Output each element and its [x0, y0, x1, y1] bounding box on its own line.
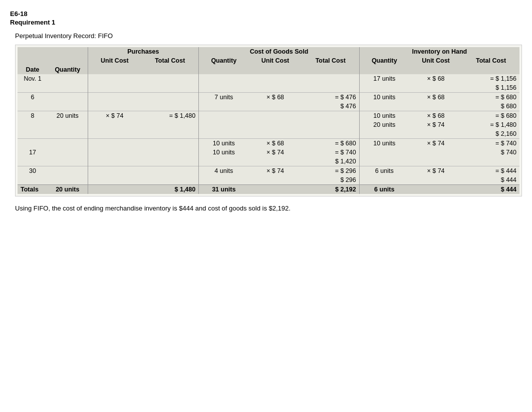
cell-tc-i-sub: $ 740 — [462, 148, 519, 157]
cell-uc-i-empty — [409, 129, 462, 139]
cell-uc-i-empty — [409, 148, 462, 157]
cell-uc-c-empty — [248, 175, 302, 185]
cell-uc-i: × $ 68 — [409, 74, 462, 83]
cell-tc-i: = $ 680 — [462, 93, 519, 102]
col-unit-cost-c: Unit Cost — [248, 56, 302, 65]
cell-tc-i-sub30: $ 444 — [462, 175, 519, 185]
cell-qty-i-total: 6 units — [359, 185, 409, 194]
cell-qty-c: 10 units — [199, 139, 249, 148]
cell-qty-p — [48, 175, 88, 185]
cell-qty-p — [48, 166, 88, 176]
cell-date — [18, 175, 48, 185]
cell-qty-i-empty — [359, 83, 409, 93]
record-label: Perpetual Inventory Record: FIFO — [15, 32, 522, 40]
cell-tc-p-total: $ 1,480 — [141, 185, 199, 194]
cell-uc-c: × $ 74 — [248, 166, 302, 176]
cell-qty-p — [48, 148, 88, 157]
cell-date: 17 — [18, 139, 48, 166]
cell-tc-c: = $ 296 — [302, 166, 360, 176]
col-qty-purchases-header — [48, 47, 88, 65]
totals-row: Totals 20 units $ 1,480 31 units $ 2,192… — [18, 185, 519, 194]
cell-uc-i2: × $ 74 — [409, 120, 462, 129]
col-qty-c: Quantity — [199, 56, 249, 65]
cell-qty-p — [48, 129, 88, 139]
cell-tc-i: = $ 680 — [462, 111, 519, 121]
col-date-header — [18, 47, 48, 65]
cell-qty-i: 10 units — [359, 111, 409, 121]
cell-tc-i2: = $ 1,480 — [462, 120, 519, 129]
lbl-qty: Quantity — [48, 65, 88, 74]
footer-note: Using FIFO, the cost of ending merchandi… — [15, 204, 522, 212]
requirement-label: Requirement 1 — [10, 19, 522, 26]
cell-tc-c-sub17: $ 1,420 — [302, 157, 360, 166]
cell-qty-i: 6 units — [359, 166, 409, 176]
cell-uc-c-total — [248, 185, 302, 194]
cell-tc-c: = $ 680 — [302, 139, 360, 148]
cell-uc-p — [88, 129, 141, 139]
table-row: $ 296 $ 444 — [18, 175, 519, 185]
cell-qty-c: 7 units — [199, 93, 249, 102]
cell-qty-c: 4 units — [199, 166, 249, 176]
lbl-uc-i — [409, 65, 462, 74]
cell-tc-p — [141, 120, 199, 129]
cell-qty-c — [199, 83, 249, 93]
cell-qty-p — [48, 83, 88, 93]
cell-qty-c-empty — [199, 129, 249, 139]
cell-tc-i-subtotal: $ 1,156 — [462, 83, 519, 93]
cell-tc-i: = $ 740 — [462, 139, 519, 148]
page-title: E6-18 — [10, 10, 522, 18]
cell-qty-p — [48, 102, 88, 111]
cell-tc-p: = $ 1,480 — [141, 111, 199, 121]
cell-qty-c-empty — [199, 157, 249, 166]
col-total-cost-c: Total Cost — [302, 56, 360, 65]
cell-qty-c-empty — [199, 175, 249, 185]
cell-qty-i: 10 units — [359, 139, 409, 148]
cell-uc-p — [88, 175, 141, 185]
cell-uc-p — [88, 102, 141, 111]
cell-date: 8 — [18, 111, 48, 121]
cell-tc-i-sub: $ 680 — [462, 102, 519, 111]
table-row: 17 10 units × $ 68 = $ 680 10 units × $ … — [18, 139, 519, 148]
cell-qty-i-empty — [359, 157, 409, 166]
cell-tc-p — [141, 175, 199, 185]
lbl-tc-c — [302, 65, 360, 74]
cell-date: 6 — [18, 93, 48, 102]
cell-qty-p: 20 units — [48, 111, 88, 121]
cell-qty-p — [48, 74, 88, 83]
table-row: 30 4 units × $ 74 = $ 296 6 units × $ 74… — [18, 166, 519, 176]
cell-tc-p — [141, 93, 199, 102]
table-container: Purchases Cost of Goods Sold Inventory o… — [15, 45, 522, 196]
cell-uc-i-total — [409, 185, 462, 194]
table-row: 10 units × $ 74 = $ 740 $ 740 — [18, 148, 519, 157]
cell-qty-c2: 10 units — [199, 148, 249, 157]
cell-uc-p — [88, 157, 141, 166]
cell-uc-c — [248, 83, 302, 93]
cell-tc-c: = $ 476 — [302, 93, 360, 102]
cell-uc-i: × $ 74 — [409, 166, 462, 176]
cell-tc-c-empty — [302, 120, 360, 129]
table-row: 20 units × $ 74 = $ 1,480 — [18, 120, 519, 129]
section-purchases: Purchases — [88, 47, 199, 56]
cell-uc-i: × $ 68 — [409, 111, 462, 121]
table-row: $ 1,156 — [18, 83, 519, 93]
cell-tc-c-sub: $ 476 — [302, 102, 360, 111]
cell-uc-p-total — [88, 185, 141, 194]
cell-totals-label: Totals — [18, 185, 48, 194]
table-row: $ 1,420 — [18, 157, 519, 166]
cell-qty-i2: 20 units — [359, 120, 409, 129]
table-row: 8 20 units × $ 74 = $ 1,480 10 units × $… — [18, 111, 519, 121]
cell-date — [18, 83, 48, 93]
cell-tc-p — [141, 148, 199, 157]
cell-tc-c — [302, 74, 360, 83]
cell-uc-i-empty — [409, 157, 462, 166]
col-total-cost-p: Total Cost — [141, 56, 199, 65]
cell-tc-c — [302, 83, 360, 93]
cell-uc-i-empty — [409, 102, 462, 111]
cell-tc-c-sub30: $ 296 — [302, 175, 360, 185]
lbl-date: Date — [18, 65, 48, 74]
cell-uc-c2: × $ 74 — [248, 148, 302, 157]
cell-qty-i: 10 units — [359, 93, 409, 102]
cell-tc-p — [141, 139, 199, 148]
cell-tc-c-total: $ 2,192 — [302, 185, 360, 194]
cell-tc-p — [141, 157, 199, 166]
